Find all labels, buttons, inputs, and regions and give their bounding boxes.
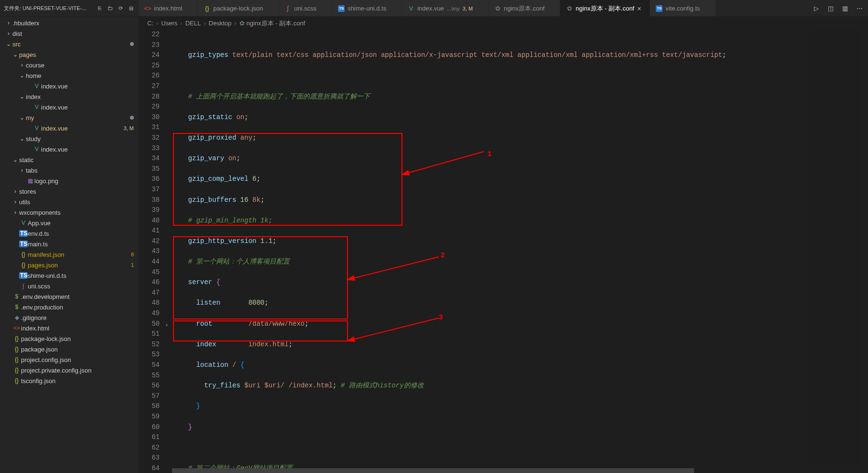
file-type-icon: V (33, 83, 41, 89)
run-icon[interactable]: ▷ (813, 4, 820, 12)
tree-file[interactable]: $.env.production (0, 302, 139, 312)
tree-item-name: package-lock.json (21, 335, 134, 342)
tree-item-name: index.vue (41, 104, 134, 111)
file-type-icon: {} (12, 346, 21, 352)
tree-item-name: tabs (26, 167, 134, 174)
editor-tab[interactable]: ✿nginx原本 - 副本.conf× (560, 0, 650, 16)
fold-icon[interactable]: › (165, 320, 168, 331)
file-explorer[interactable]: ›.hbuilderx›dist⌄src⌄pages›course⌄homeVi… (0, 17, 139, 473)
tree-folder[interactable]: ⌄study (0, 133, 139, 144)
file-type-icon: V (33, 104, 41, 110)
breadcrumb-segment[interactable]: Desktop (209, 20, 232, 27)
tree-file[interactable]: Vindex.vue (0, 144, 139, 154)
tree-folder[interactable]: ⌄index (0, 91, 139, 102)
minimap[interactable] (809, 30, 861, 463)
tree-folder[interactable]: ›tabs (0, 165, 139, 176)
tree-folder[interactable]: ⌄home (0, 70, 139, 81)
tree-badge: 1 (131, 262, 134, 268)
tree-item-name: main.ts (28, 241, 134, 248)
file-type-icon: V (19, 220, 28, 226)
tree-item-name: env.d.ts (28, 230, 134, 237)
tab-label: uni.scss (294, 5, 316, 12)
tree-item-name: index.html (21, 325, 134, 332)
line-number: 36 (139, 174, 160, 185)
editor-tab[interactable]: Vindex.vue...\my3, M× (402, 0, 488, 16)
breadcrumbs[interactable]: C:›Users›DELL›Desktop›✿ nginx原本 - 副本.con… (139, 17, 868, 30)
tree-file[interactable]: {}pages.json1 (0, 260, 139, 270)
layout-icon[interactable]: ▥ (841, 4, 849, 12)
file-type-icon: <> (144, 5, 151, 12)
file-type-icon: TS (656, 5, 662, 12)
tree-file[interactable]: TSshime-uni.d.ts (0, 270, 139, 281)
tree-file[interactable]: ∫uni.scss (0, 281, 139, 291)
line-number: 52 (139, 340, 160, 350)
tree-file[interactable]: Vindex.vue3, M (0, 123, 139, 133)
line-number: 39 (139, 205, 160, 216)
editor-tab[interactable]: TSshime-uni.d.ts× (332, 0, 402, 16)
tree-badge: 8 (131, 252, 134, 257)
split-icon[interactable]: ◫ (827, 4, 835, 12)
tree-file[interactable]: {}project.config.json (0, 354, 139, 365)
breadcrumb-separator-icon: › (204, 20, 206, 27)
editor-tab[interactable]: TSvite.config.ts× (650, 0, 716, 16)
new-file-icon[interactable]: ⎘ (96, 4, 103, 12)
tree-file[interactable]: ▦logo.png (0, 176, 139, 186)
collapse-icon[interactable]: ⊟ (127, 4, 135, 12)
tree-folder[interactable]: ⌄pages (0, 49, 139, 60)
editor-tab[interactable]: {}package-lock.json× (198, 0, 279, 16)
horizontal-scrollbar[interactable] (172, 468, 868, 473)
file-type-icon: ▦ (26, 177, 34, 184)
tree-folder[interactable]: ›wxcomponents (0, 207, 139, 218)
tree-folder[interactable]: ⌄static (0, 154, 139, 165)
explorer-title: 文件夹: UNI-PRESET-VUE-VITE-... (4, 5, 93, 12)
annotation-label-1: 1 (488, 149, 491, 160)
editor-tab[interactable]: ✿nginx原本.conf× (488, 0, 560, 16)
tree-file[interactable]: {}project.private.config.json (0, 365, 139, 375)
tree-file[interactable]: TSenv.d.ts (0, 228, 139, 239)
tree-folder[interactable]: ›utils (0, 197, 139, 207)
tree-folder[interactable]: ›.hbuilderx (0, 18, 139, 28)
tree-file[interactable]: VApp.vue (0, 218, 139, 228)
tree-file[interactable]: {}package.json (0, 344, 139, 354)
close-tab-icon[interactable]: × (637, 5, 644, 12)
tree-folder[interactable]: ⌄src (0, 39, 139, 49)
refresh-icon[interactable]: ⟳ (117, 4, 124, 12)
breadcrumb-segment[interactable]: DELL (185, 20, 201, 27)
breadcrumb-segment[interactable]: C: (147, 20, 153, 27)
tree-item-name: shime-uni.d.ts (28, 272, 134, 279)
tree-file[interactable]: {}package-lock.json (0, 333, 139, 344)
tree-item-name: pages (19, 51, 134, 58)
breadcrumb-segment[interactable]: nginx原本 - 副本.conf (247, 19, 305, 28)
tree-folder[interactable]: ›stores (0, 186, 139, 197)
more-icon[interactable]: ⋯ (856, 4, 863, 12)
line-number: 55 (139, 371, 160, 381)
line-number: 23 (139, 40, 160, 51)
breadcrumb-segment[interactable]: Users (161, 20, 177, 27)
tab-label: index.vue (417, 5, 444, 12)
line-number: 31 (139, 122, 160, 133)
tree-file[interactable]: $.env.development (0, 291, 139, 302)
tree-folder[interactable]: ›course (0, 60, 139, 70)
line-number: 27 (139, 81, 160, 92)
tree-folder[interactable]: ›dist (0, 28, 139, 39)
tree-item-name: pages.json (28, 262, 131, 269)
tree-file[interactable]: ◆.gitignore (0, 312, 139, 323)
new-folder-icon[interactable]: 🗀 (106, 4, 114, 12)
line-number: 30 (139, 112, 160, 123)
annotation-label-2: 2 (441, 251, 445, 261)
editor-tab[interactable]: ∫uni.scss× (279, 0, 332, 16)
tree-file[interactable]: Vindex.vue (0, 102, 139, 112)
tree-file[interactable]: {}manifest.json8 (0, 249, 139, 260)
tree-item-name: utils (19, 198, 134, 206)
code-content[interactable]: gzip_types text/plain text/css applicati… (172, 30, 868, 473)
file-type-icon: {} (19, 251, 28, 258)
tree-file[interactable]: {}tsconfig.json (0, 375, 139, 386)
tree-file[interactable]: TSmain.ts (0, 239, 139, 249)
chevron-icon: › (11, 188, 19, 195)
line-number: 42 (139, 236, 160, 247)
tree-folder[interactable]: ⌄my (0, 112, 139, 123)
tree-file[interactable]: Vindex.vue (0, 81, 139, 91)
editor-tab[interactable]: <>index.html× (139, 0, 198, 16)
tree-file[interactable]: <>index.html (0, 323, 139, 333)
file-type-icon: V (33, 125, 41, 132)
